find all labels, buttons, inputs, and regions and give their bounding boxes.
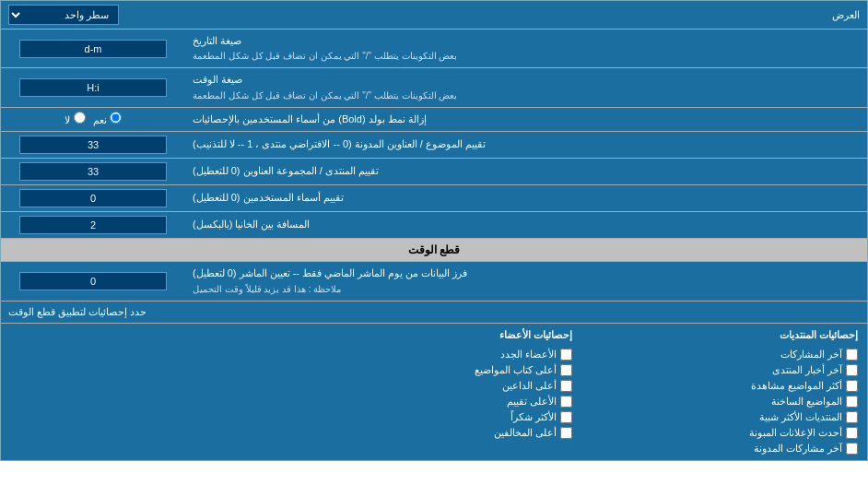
subject-address-label: تقييم الموضوع / العناوين المدونة (0 -- ا…: [193, 137, 486, 151]
list-item: آخر مشاركات المدونة: [581, 443, 858, 455]
checkboxes-col3: [10, 329, 287, 455]
realtime-section-header: قطع الوقت: [1, 239, 867, 262]
list-item: أعلى الداعين: [296, 380, 572, 392]
realtime-filter-label: فرز البيانات من يوم الماشر الماضي فقط --…: [193, 266, 467, 280]
radio-yes[interactable]: [110, 112, 122, 124]
checkbox-akhir-mosharkaat-madawana[interactable]: [846, 443, 858, 455]
date-format-hint: بعض التكوينات يتطلب "/" التي يمكن ان تضا…: [193, 50, 457, 63]
checkbox-a3daa-jodod[interactable]: [560, 349, 572, 361]
col1-header: إحصائيات المنتديات: [581, 329, 858, 341]
date-format-input[interactable]: [19, 40, 167, 58]
subject-address-input[interactable]: [19, 136, 167, 154]
list-item: المواضيع الساخنة: [581, 396, 858, 408]
radio-no[interactable]: [74, 112, 86, 124]
limit-row: حدد إحصائيات لتطبيق قطع الوقت: [1, 302, 867, 324]
checkbox-a3la-kotab[interactable]: [560, 364, 572, 376]
radio-no-label: لا: [65, 112, 85, 126]
time-format-hint: بعض التكوينات يتطلب "/" التي يمكن ان تضا…: [193, 89, 457, 102]
checkboxes-col1: إحصائيات المنتديات آخر المشاركات آخر أخب…: [581, 329, 858, 455]
checkbox-akthar-mawadee3[interactable]: [846, 380, 858, 392]
checkbox-mawadee3-sakhina[interactable]: [846, 396, 858, 408]
list-item: الأكثر شكراً: [296, 411, 572, 423]
list-item: أكثر المواضيع مشاهدة: [581, 380, 858, 392]
date-format-label: صيغة التاريخ: [193, 34, 241, 48]
checkbox-akthar-shokran[interactable]: [560, 411, 572, 423]
checkbox-i3lanaat[interactable]: [846, 427, 858, 439]
user-names-input[interactable]: [19, 189, 167, 207]
distance-label: المسافة بين الخانيا (بالبكسل): [193, 218, 311, 231]
ardh-select[interactable]: سطر واحد سطرين ثلاثة أسطر: [8, 5, 119, 25]
col2-header: إحصائيات الأعضاء: [296, 329, 572, 341]
forum-address-input[interactable]: [19, 162, 167, 181]
bold-remove-label: إزالة نمط بولد (Bold) من أسماء المستخدمي…: [193, 112, 427, 126]
list-item: الأعضاء الجدد: [296, 349, 572, 361]
list-item: آخر المشاركات: [581, 349, 858, 361]
list-item: أعلى المخالفين: [296, 427, 572, 439]
checkbox-akhir-akhbar[interactable]: [846, 364, 858, 376]
checkbox-akhir-mosharkaat[interactable]: [846, 349, 858, 361]
checkboxes-col2: إحصائيات الأعضاء الأعضاء الجدد أعلى كتاب…: [296, 329, 572, 455]
distance-input[interactable]: [19, 216, 167, 234]
list-item: أحدث الإعلانات المبونة: [581, 427, 858, 439]
checkbox-montadayat-shabi3a[interactable]: [846, 411, 858, 423]
forum-address-label: تقييم المنتدى / المجموعة العناوين (0 للت…: [193, 164, 379, 178]
time-format-input[interactable]: [19, 78, 167, 97]
list-item: الأعلى تقييم: [296, 396, 572, 408]
realtime-filter-note: ملاحظة : هذا قد يزيد قليلاً وقت التحميل: [193, 283, 341, 296]
checkbox-a3la-mokhalefeen[interactable]: [560, 427, 572, 439]
checkbox-a3la-taqyeem[interactable]: [560, 396, 572, 408]
time-format-label: صيغة الوقت: [193, 73, 242, 87]
ardh-label: العرض: [832, 9, 860, 21]
checkboxes-area: إحصائيات المنتديات آخر المشاركات آخر أخب…: [1, 324, 867, 460]
user-names-label: تقييم أسماء المستخدمين (0 للتعطيل): [193, 191, 344, 205]
list-item: آخر أخبار المنتدى: [581, 364, 858, 376]
radio-yes-label: نعم: [93, 112, 122, 126]
checkbox-a3la-da3een[interactable]: [560, 380, 572, 392]
list-item: أعلى كتاب المواضيع: [296, 364, 572, 376]
realtime-filter-input[interactable]: [19, 272, 167, 290]
list-item: المنتديات الأكثر شبية: [581, 411, 858, 423]
